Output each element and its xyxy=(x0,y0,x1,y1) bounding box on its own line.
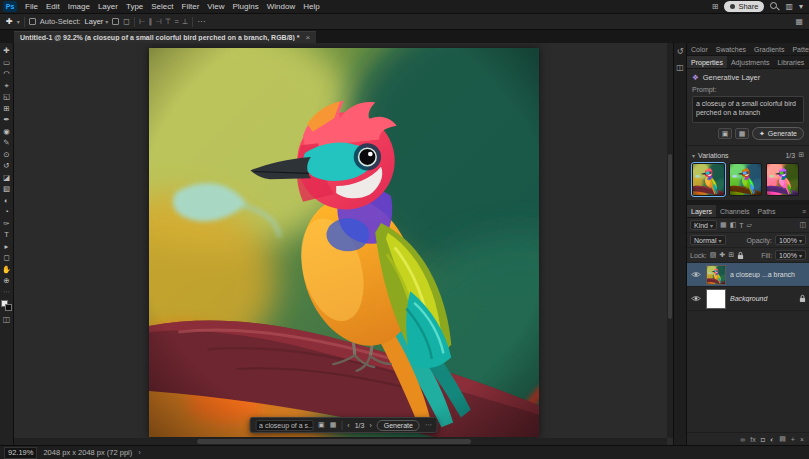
background-color-swatch[interactable] xyxy=(5,304,12,311)
history-panel-icon[interactable]: ↺ xyxy=(677,47,684,56)
taskbar-image-icon[interactable]: ▣ xyxy=(318,421,325,429)
menu-image[interactable]: Image xyxy=(64,2,94,11)
align-center-h-icon[interactable]: ∥ xyxy=(149,17,153,26)
taskbar-generate-button[interactable]: Generate xyxy=(377,420,420,431)
brush-tool[interactable]: ✎ xyxy=(3,137,9,149)
previous-variation-button[interactable]: ‹ xyxy=(347,422,349,429)
workspace-icon[interactable]: ▥ xyxy=(785,2,793,12)
path-selection-tool[interactable]: ▸ xyxy=(5,241,9,253)
menu-view[interactable]: View xyxy=(203,2,228,11)
show-transform-checkbox[interactable] xyxy=(112,18,119,25)
next-variation-button[interactable]: › xyxy=(369,422,371,429)
history-brush-tool[interactable]: ↺ xyxy=(3,160,9,172)
apps-grid-icon[interactable]: ⊞ xyxy=(712,2,719,12)
menu-select[interactable]: Select xyxy=(147,2,177,11)
dodge-tool[interactable]: ◔ xyxy=(4,206,9,218)
fill-dropdown[interactable]: 100% ▾ xyxy=(775,250,806,260)
tool-preset-chevron-icon[interactable]: ▾ xyxy=(17,18,20,25)
chevron-down-icon[interactable]: ▾ xyxy=(799,2,803,12)
clone-stamp-tool[interactable]: ⊙ xyxy=(3,149,9,161)
more-options-icon[interactable]: ⋯ xyxy=(197,17,205,26)
comments-panel-icon[interactable]: ◫ xyxy=(676,63,684,72)
auto-select-target-dropdown[interactable]: Layer ▾ xyxy=(85,17,109,26)
auto-select-checkbox[interactable] xyxy=(29,18,36,25)
filter-type-icon[interactable]: T xyxy=(739,222,743,229)
tab-adjustments[interactable]: Adjustments xyxy=(727,56,774,68)
quick-mask-icon[interactable]: ◫ xyxy=(3,315,11,324)
align-top-icon[interactable]: ⊤ xyxy=(165,17,172,26)
align-left-icon[interactable]: ⊢ xyxy=(139,17,146,26)
tab-gradients[interactable]: Gradients xyxy=(750,43,788,55)
layer-thumbnail[interactable] xyxy=(706,265,726,285)
filter-smart-object-icon[interactable]: ◫ xyxy=(799,221,806,229)
share-button[interactable]: Share xyxy=(724,1,764,12)
tab-properties[interactable]: Properties xyxy=(687,56,727,68)
color-swatches[interactable] xyxy=(1,300,12,311)
reference-image-button[interactable]: ▣ xyxy=(718,128,732,139)
lock-all-icon[interactable] xyxy=(737,251,744,260)
tab-paths[interactable]: Paths xyxy=(754,205,780,217)
vertical-scrollbar[interactable] xyxy=(667,43,673,438)
filter-kind-dropdown[interactable]: Kind ▾ xyxy=(690,220,717,230)
variation-thumbnail-1[interactable] xyxy=(692,163,725,196)
add-mask-icon[interactable]: ◘ xyxy=(761,436,765,443)
lock-position-icon[interactable]: ✚ xyxy=(719,251,725,259)
blur-tool[interactable]: ◐ xyxy=(4,195,9,207)
blend-mode-dropdown[interactable]: Normal ▾ xyxy=(690,235,726,245)
menu-edit[interactable]: Edit xyxy=(42,2,64,11)
eraser-tool[interactable]: ◪ xyxy=(3,172,10,184)
filter-adjustment-icon[interactable]: ◧ xyxy=(730,221,737,229)
zoom-level-field[interactable]: 92.19% xyxy=(4,447,37,459)
zoom-tool[interactable]: ⊕ xyxy=(3,275,9,287)
filter-shape-icon[interactable]: ▱ xyxy=(747,221,752,229)
lock-artboard-icon[interactable]: ⊞ xyxy=(728,251,734,259)
generate-button[interactable]: ✦ Generate xyxy=(752,127,804,140)
background-layer-name[interactable]: Background xyxy=(730,295,795,302)
delete-layer-icon[interactable]: × xyxy=(800,436,804,443)
background-lock-icon[interactable] xyxy=(799,294,806,303)
gradient-tool[interactable]: ▧ xyxy=(3,183,10,195)
status-chevron-icon[interactable]: › xyxy=(138,448,141,457)
hand-tool[interactable]: ✋ xyxy=(2,264,11,276)
menu-type[interactable]: Type xyxy=(122,2,147,11)
taskbar-properties-icon[interactable]: ▦ xyxy=(330,421,337,429)
marquee-tool[interactable]: ▭ xyxy=(3,57,10,69)
align-right-icon[interactable]: ⊣ xyxy=(155,17,162,26)
menu-layer[interactable]: Layer xyxy=(94,2,122,11)
move-tool[interactable]: ✚ xyxy=(3,45,9,57)
link-layers-icon[interactable]: ∞ xyxy=(740,436,745,443)
new-group-icon[interactable]: ▤ xyxy=(779,435,786,443)
close-tab-icon[interactable]: × xyxy=(306,33,311,42)
crop-tool[interactable]: ◱ xyxy=(3,91,10,103)
menu-plugins[interactable]: Plugins xyxy=(229,2,263,11)
layer-row-background[interactable]: Background xyxy=(687,287,809,311)
panel-menu-icon[interactable]: ≡ xyxy=(799,205,809,217)
align-middle-icon[interactable]: = xyxy=(174,17,178,26)
visibility-toggle[interactable] xyxy=(690,295,702,302)
taskbar-more-icon[interactable]: ⋯ xyxy=(425,421,432,429)
opacity-dropdown[interactable]: 100% ▾ xyxy=(775,235,806,245)
expand-variations-icon[interactable]: ▾ xyxy=(692,152,695,159)
prompt-textarea[interactable]: a closeup of a small colorful bird perch… xyxy=(692,96,804,123)
tab-color[interactable]: Color xyxy=(687,43,712,55)
pen-tool[interactable]: ✑ xyxy=(3,218,9,230)
scrollbar-thumb[interactable] xyxy=(668,154,672,320)
object-selection-tool[interactable]: ⌖ xyxy=(4,80,8,92)
shape-tool[interactable]: ◻ xyxy=(3,252,9,264)
taskbar-prompt-input[interactable]: a closeup of a s... xyxy=(255,420,313,431)
menu-window[interactable]: Window xyxy=(263,2,299,11)
visibility-toggle[interactable] xyxy=(690,271,702,278)
edit-toolbar-icon[interactable]: ⋯ xyxy=(3,288,10,296)
menu-help[interactable]: Help xyxy=(299,2,323,11)
adjustment-layer-icon[interactable]: ◐ xyxy=(770,436,774,443)
frame-tool[interactable]: ⊞ xyxy=(3,103,9,115)
tab-swatches[interactable]: Swatches xyxy=(712,43,750,55)
healing-brush-tool[interactable]: ◉ xyxy=(3,126,10,138)
tab-channels[interactable]: Channels xyxy=(716,205,754,217)
tab-libraries[interactable]: Libraries xyxy=(773,56,808,68)
layer-name[interactable]: a closeup ...a branch xyxy=(730,271,806,278)
tab-patterns[interactable]: Patterns xyxy=(788,43,809,55)
type-tool[interactable]: T xyxy=(4,229,9,241)
filter-pixel-icon[interactable]: ▦ xyxy=(720,221,727,229)
generated-bird-image[interactable] xyxy=(149,48,539,437)
